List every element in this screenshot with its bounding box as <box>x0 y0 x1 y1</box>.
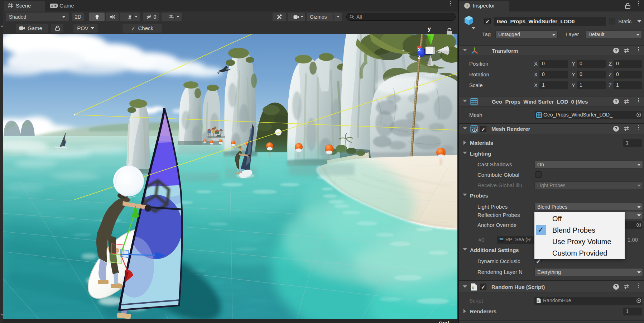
svg-text:#: # <box>472 285 475 290</box>
svg-text:Y: Y <box>172 16 174 20</box>
svg-text:z: z <box>418 54 420 60</box>
svg-text:x: x <box>418 46 421 52</box>
svg-text:#: # <box>537 299 539 303</box>
svg-text:Persp: Persp <box>424 72 438 78</box>
